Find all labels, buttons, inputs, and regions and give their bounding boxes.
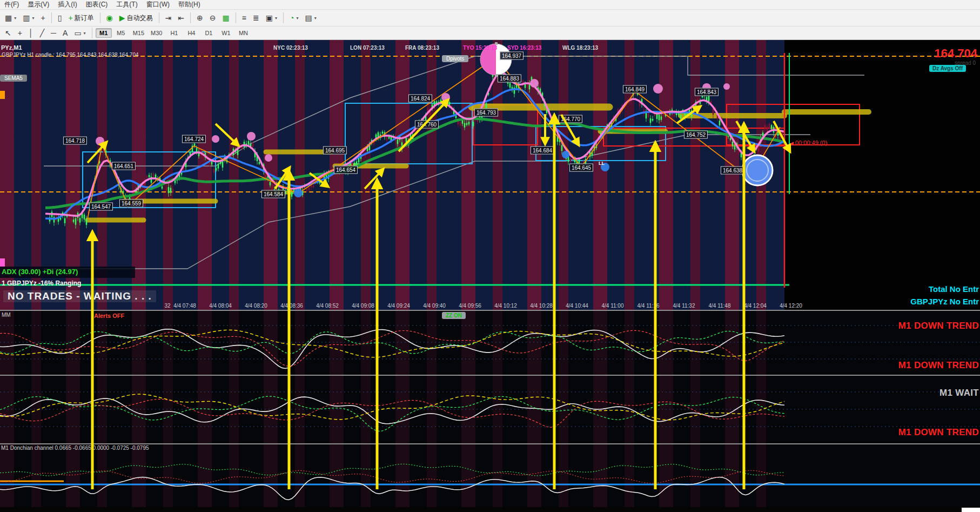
- expert-advisors-button[interactable]: ◉: [104, 12, 116, 23]
- menu-item-2[interactable]: 插入(I): [53, 0, 81, 10]
- panel-splitter[interactable]: [0, 375, 980, 376]
- chart-settings-icon: ▤: [305, 14, 312, 22]
- auto-scroll-icon: ⇤: [178, 14, 184, 22]
- candle-body: [708, 95, 710, 102]
- market-watch-button[interactable]: +: [38, 12, 48, 23]
- swing-marker-dot: [723, 83, 730, 90]
- new-chart-button[interactable]: ▦▾: [2, 12, 19, 23]
- candle-body: [79, 218, 81, 222]
- current-price-label: 164.704: [934, 46, 977, 61]
- autotrading-button[interactable]: ▶自动交易: [117, 12, 156, 24]
- sema5-tag[interactable]: SEMA5: [0, 75, 27, 82]
- zoom-in-button[interactable]: ⊕: [194, 12, 206, 23]
- indicator-panel-1[interactable]: [0, 311, 980, 375]
- dz-avgs-toggle[interactable]: Dz Avgs Off: [929, 65, 966, 72]
- indicator-panel-1-canvas: [0, 311, 980, 375]
- menu-item-5[interactable]: 窗口(W): [142, 0, 174, 10]
- oscillator-line: [0, 470, 784, 483]
- time-axis-label: 4/4 11:16: [637, 303, 660, 309]
- candle-body: [466, 123, 468, 125]
- trendline-icon: ╱: [40, 29, 44, 37]
- price-tag: 164.793: [474, 109, 498, 117]
- price-tag: 164.752: [684, 131, 708, 139]
- arrange-button[interactable]: ≣: [250, 12, 262, 23]
- candle-body: [719, 121, 721, 125]
- profiles-button[interactable]: ▥▾: [20, 12, 37, 23]
- timeframe-w1-button[interactable]: W1: [218, 28, 234, 38]
- panel-splitter[interactable]: [0, 443, 980, 444]
- data-window-button[interactable]: ▯: [55, 12, 65, 23]
- dropdown-caret-icon: ▾: [314, 16, 317, 21]
- mt4-window: { "ui": {"caret": "▾", "countdown_icon":…: [0, 0, 980, 512]
- new-chart-icon: ▦: [5, 14, 12, 22]
- text-tool-button[interactable]: A: [60, 28, 70, 38]
- indicator-panel-2[interactable]: [0, 376, 980, 443]
- dropdown-caret-icon: ▾: [14, 16, 16, 21]
- candle-body: [397, 139, 399, 144]
- new-window-icon: ▣: [266, 14, 273, 22]
- chart-settings-button[interactable]: ▤▾: [302, 12, 319, 23]
- candle-body: [289, 192, 291, 197]
- candle-body: [406, 138, 407, 143]
- new-order-icon: +: [68, 14, 72, 22]
- new-order-button[interactable]: +新订单: [65, 12, 96, 24]
- timeframe-m1-button[interactable]: M1: [96, 28, 112, 38]
- candle-body: [382, 131, 384, 134]
- period-button[interactable]: ◔▾: [287, 12, 301, 23]
- swing-marker-dot: [247, 132, 256, 141]
- time-axis-label: 4/4 11:48: [709, 303, 731, 309]
- toolbar-separator: [159, 12, 159, 23]
- toolbar-separator: [100, 12, 100, 23]
- panel1-mm-label: MM: [2, 312, 11, 318]
- main-chart-canvas[interactable]: [0, 40, 980, 310]
- panel-splitter[interactable]: [0, 310, 980, 311]
- symbol-no-entries-label: GBPJPYz No Entr: [910, 297, 979, 306]
- candle-body: [455, 116, 457, 118]
- menu-item-4[interactable]: 工具(T): [112, 0, 142, 10]
- timeframe-d1-button[interactable]: D1: [200, 28, 217, 38]
- timeframe-m15-button[interactable]: M15: [130, 28, 147, 38]
- indicator-panel-3[interactable]: [0, 444, 980, 507]
- menu-item-3[interactable]: 图表(C): [82, 0, 112, 10]
- candle-body: [561, 145, 563, 151]
- crosshair-button[interactable]: +: [15, 28, 25, 38]
- candle-body: [149, 175, 150, 177]
- countdown-text: 00:00:49 (0): [795, 139, 827, 146]
- zoom-out-button[interactable]: ⊖: [207, 12, 219, 23]
- horizontal-line-button[interactable]: ─: [48, 28, 59, 38]
- dpivots-button[interactable]: Dpivots: [442, 55, 468, 62]
- menu-item-1[interactable]: 显示(V): [23, 0, 53, 10]
- time-axis-label: 4/4 09:24: [387, 303, 410, 309]
- menu-item-6[interactable]: 帮助(H): [174, 0, 205, 10]
- cascade-button[interactable]: ≡: [239, 12, 249, 23]
- left-edge-tag-orange: [0, 91, 5, 99]
- timeframe-h4-button[interactable]: H4: [183, 28, 199, 38]
- auto-scroll-button[interactable]: ⇤: [175, 12, 187, 23]
- zz-on-button[interactable]: ZZ ON: [442, 312, 466, 319]
- price-tag: 164.883: [498, 75, 521, 83]
- price-tag: 164.645: [569, 164, 593, 172]
- vertical-line-button[interactable]: │: [26, 28, 36, 38]
- candle-body: [64, 218, 66, 223]
- candle-body: [73, 220, 75, 222]
- candle-body: [693, 107, 695, 109]
- shapes-button[interactable]: ▭▾: [71, 28, 88, 38]
- data-window-icon: ▯: [58, 14, 62, 22]
- timeframe-m30-button[interactable]: M30: [148, 28, 165, 38]
- timeframe-m5-button[interactable]: M5: [113, 28, 129, 38]
- timeframe-h1-button[interactable]: H1: [166, 28, 182, 38]
- cursor-button[interactable]: ↖: [2, 28, 14, 38]
- menu-item-0[interactable]: 件(F): [0, 0, 23, 10]
- tile-windows-button[interactable]: ▦: [220, 12, 232, 23]
- zoom-out-icon: ⊖: [210, 14, 216, 22]
- new-window-button[interactable]: ▣▾: [263, 12, 280, 23]
- text-tool-icon: A: [63, 29, 68, 37]
- window-resize-corner[interactable]: [962, 508, 980, 512]
- alerts-off-toggle[interactable]: Alerts OFF: [94, 312, 124, 319]
- chart-shift-button[interactable]: ⇥: [163, 12, 174, 23]
- trendline-button[interactable]: ╱: [37, 28, 47, 38]
- trend-status-label: M1 DOWN TREND: [898, 360, 979, 371]
- price-tag: 164.760: [415, 121, 439, 129]
- timeframe-mn-button[interactable]: MN: [235, 28, 251, 38]
- candle-body: [473, 122, 474, 126]
